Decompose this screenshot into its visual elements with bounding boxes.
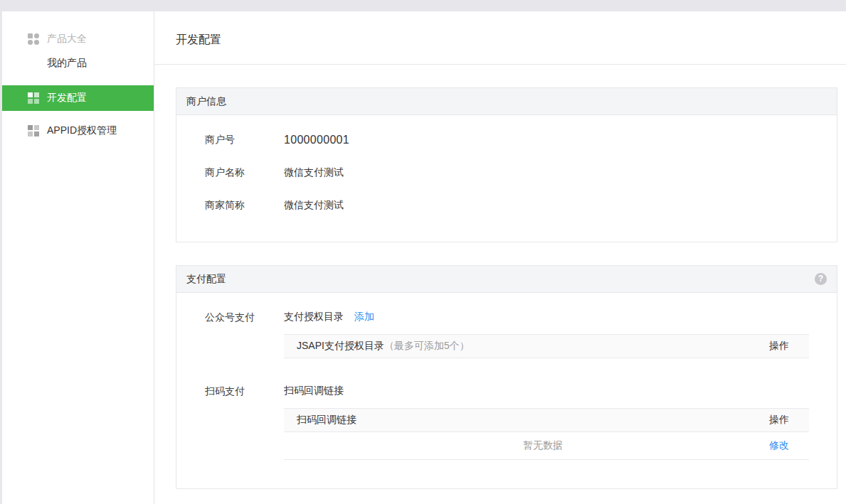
merchant-info-card-body: 商户号 1000000001 商户名称 微信支付测试 商家简称 微信支付测试 — [176, 115, 837, 242]
payment-config-card: 支付配置 ? 公众号支付 支付授权目录 添加 — [176, 265, 837, 489]
qr-callback-header-text: 扫码回调链接 — [297, 414, 356, 427]
operations-column-header: 操作 — [769, 414, 789, 427]
merchant-info-card: 商户信息 商户号 1000000001 商户名称 微信支付测试 商家简称 微信支… — [176, 87, 837, 242]
sidebar: 产品大全 我的产品 开发配置 APPID授权管理 — [2, 11, 154, 504]
payment-config-card-header: 支付配置 ? — [176, 266, 837, 293]
jsapi-directory-table-header: JSAPI支付授权目录（最多可添加5个） 操作 — [284, 335, 809, 358]
help-icon[interactable]: ? — [815, 273, 827, 285]
jsapi-directory-header-cell: JSAPI支付授权目录（最多可添加5个） — [297, 340, 470, 353]
sidebar-item-product-catalog[interactable]: 产品大全 — [28, 33, 154, 45]
qr-callback-empty-row: 暂无数据 修改 — [284, 432, 809, 460]
mp-pay-label: 公众号支付 — [205, 310, 284, 358]
add-directory-link[interactable]: 添加 — [354, 311, 374, 323]
sidebar-item-label: APPID授权管理 — [47, 124, 117, 137]
operations-column-header: 操作 — [769, 340, 789, 353]
qr-pay-label: 扫码支付 — [205, 384, 284, 460]
auth-directory-heading: 支付授权目录 — [284, 311, 344, 323]
card-title: 商户信息 — [186, 95, 226, 108]
qr-callback-heading: 扫码回调链接 — [284, 385, 344, 397]
dev-config-grid-icon — [28, 92, 39, 104]
empty-data-text: 暂无数据 — [523, 439, 563, 452]
sidebar-item-dev-config[interactable]: 开发配置 — [2, 85, 154, 111]
merchant-id-row: 商户号 1000000001 — [176, 124, 837, 156]
merchant-name-label: 商户名称 — [205, 166, 284, 179]
app-root: 产品大全 我的产品 开发配置 APPID授权管理 开发配置 商户信息 — [0, 0, 846, 504]
products-grid-icon — [28, 33, 39, 45]
page-title-bar: 开发配置 — [154, 11, 846, 65]
merchant-name-row: 商户名称 微信支付测试 — [176, 156, 837, 189]
qr-pay-heading-row: 扫码回调链接 — [284, 384, 809, 398]
page-title: 开发配置 — [176, 33, 846, 48]
sidebar-item-label: 开发配置 — [47, 92, 87, 104]
card-title: 支付配置 — [186, 273, 226, 286]
merchant-shortname-value: 微信支付测试 — [284, 199, 344, 212]
qr-pay-content: 扫码回调链接 扫码回调链接 操作 暂无数据 修改 — [284, 384, 809, 460]
sidebar-item-label: 产品大全 — [47, 33, 87, 45]
jsapi-directory-table: JSAPI支付授权目录（最多可添加5个） 操作 — [284, 334, 809, 358]
qr-pay-section: 扫码支付 扫码回调链接 扫码回调链接 操作 暂无数据 — [176, 384, 837, 460]
merchant-id-value: 1000000001 — [284, 134, 349, 146]
main-content: 开发配置 商户信息 商户号 1000000001 商户名称 微信支付测试 商家简… — [154, 11, 846, 504]
qr-callback-table: 扫码回调链接 操作 暂无数据 修改 — [284, 408, 809, 460]
merchant-shortname-label: 商家简称 — [205, 199, 284, 212]
modify-link[interactable]: 修改 — [769, 439, 789, 452]
jsapi-directory-limit-note: （最多可添加5个） — [384, 340, 470, 351]
qr-callback-table-header: 扫码回调链接 操作 — [284, 409, 809, 432]
jsapi-directory-header-text: JSAPI支付授权目录 — [297, 340, 384, 351]
mp-pay-section: 公众号支付 支付授权目录 添加 JSAPI支付授权目录（最多可添加5个） 操作 — [176, 310, 837, 358]
sidebar-item-appid-auth[interactable]: APPID授权管理 — [2, 118, 154, 144]
merchant-shortname-row: 商家简称 微信支付测试 — [176, 189, 837, 222]
merchant-name-value: 微信支付测试 — [284, 166, 344, 179]
mp-pay-content: 支付授权目录 添加 JSAPI支付授权目录（最多可添加5个） 操作 — [284, 310, 809, 358]
merchant-info-card-header: 商户信息 — [176, 88, 837, 115]
payment-config-card-body: 公众号支付 支付授权目录 添加 JSAPI支付授权目录（最多可添加5个） 操作 — [176, 293, 837, 488]
mp-pay-heading-row: 支付授权目录 添加 — [284, 310, 809, 324]
sidebar-item-label: 我的产品 — [47, 57, 87, 70]
merchant-id-label: 商户号 — [205, 134, 284, 146]
appid-grid-icon — [28, 125, 39, 136]
sidebar-item-my-products[interactable]: 我的产品 — [47, 57, 154, 70]
